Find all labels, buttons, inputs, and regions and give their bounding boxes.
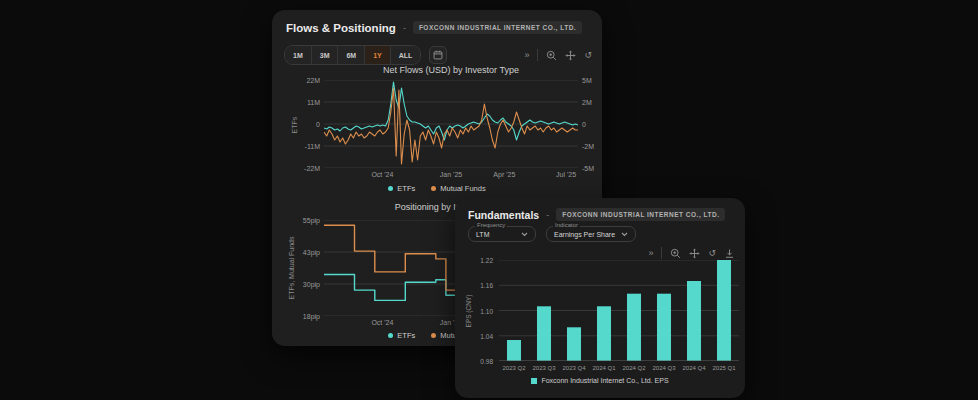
- chevron-down-icon: [521, 232, 528, 237]
- frequency-select[interactable]: Frequency LTM: [468, 226, 536, 242]
- title-separator: -: [546, 210, 549, 220]
- collapse-icon[interactable]: »: [648, 249, 653, 258]
- toolbar-divider: [661, 247, 662, 259]
- net-flows-legend: ETFs Mutual Funds: [272, 184, 602, 193]
- net-flows-plot[interactable]: [324, 80, 578, 168]
- indicator-select-label: Indicator: [553, 222, 580, 228]
- legend-item-etfs[interactable]: ETFs: [388, 331, 415, 340]
- chevron-down-icon: [621, 232, 628, 237]
- zoom-in-icon[interactable]: [670, 248, 681, 259]
- title-separator: -: [403, 23, 406, 33]
- time-range-selector: 1M 3M 6M 1Y ALL: [284, 45, 421, 65]
- net-flows-x-axis-ticks: Oct '24Jan '25Apr '25Jul '25: [324, 171, 578, 180]
- range-all-button[interactable]: ALL: [391, 46, 421, 64]
- eps-legend-marker: [531, 378, 537, 384]
- pan-icon[interactable]: [565, 50, 576, 61]
- reset-view-icon[interactable]: ↺: [584, 51, 592, 60]
- range-3m-button[interactable]: 3M: [312, 46, 339, 64]
- range-6m-button[interactable]: 6M: [338, 46, 365, 64]
- fundamentals-panel: Fundamentals - FOXCONN INDUSTRIAL INTERN…: [455, 198, 745, 398]
- legend-item-eps[interactable]: Foxconn Industrial Internet Co., Ltd. EP…: [531, 377, 668, 384]
- range-1m-button[interactable]: 1M: [285, 46, 312, 64]
- etfs-legend-label: ETFs: [397, 331, 415, 340]
- etfs-legend-marker: [388, 333, 393, 338]
- company-badge: FOXCONN INDUSTRIAL INTERNET CO., LTD.: [556, 208, 725, 221]
- toolbar-divider: [537, 49, 538, 61]
- indicator-select-value: Earnings Per Share: [554, 231, 615, 238]
- legend-item-etfs[interactable]: ETFs: [388, 184, 415, 193]
- fundamentals-chart-tools: » ↺: [648, 247, 735, 259]
- mutual-funds-legend-marker: [431, 186, 436, 191]
- etfs-legend-marker: [388, 186, 393, 191]
- company-badge: FOXCONN INDUSTRIAL INTERNET CO., LTD.: [413, 21, 582, 34]
- range-1y-button[interactable]: 1Y: [365, 46, 391, 64]
- frequency-select-label: Frequency: [475, 222, 507, 228]
- fundamentals-panel-title: Fundamentals: [468, 209, 539, 221]
- download-icon[interactable]: [724, 248, 735, 259]
- reset-view-icon[interactable]: ↺: [708, 249, 716, 258]
- zoom-in-icon[interactable]: [546, 50, 557, 61]
- positioning-left-axis-ticks: 55pip43pip30pip18pip: [284, 220, 320, 316]
- eps-axis-ticks: 1.221.161.101.040.98: [469, 260, 493, 361]
- flows-toolbar: 1M 3M 6M 1Y ALL »: [284, 45, 592, 65]
- frequency-select-value: LTM: [476, 231, 489, 238]
- flows-panel-header: Flows & Positioning - FOXCONN INDUSTRIAL…: [286, 21, 582, 34]
- calendar-button[interactable]: [429, 46, 447, 64]
- fundamentals-panel-header: Fundamentals - FOXCONN INDUSTRIAL INTERN…: [468, 208, 725, 221]
- desktop-background: Flows & Positioning - FOXCONN INDUSTRIAL…: [0, 0, 978, 400]
- fundamentals-controls: Frequency LTM Indicator Earnings Per Sha…: [468, 226, 636, 242]
- etfs-legend-label: ETFs: [397, 184, 415, 193]
- eps-x-axis-categories: 2023 Q22023 Q32023 Q42024 Q12024 Q22024 …: [499, 365, 739, 371]
- eps-legend: Foxconn Industrial Internet Co., Ltd. EP…: [455, 377, 745, 384]
- indicator-select[interactable]: Indicator Earnings Per Share: [546, 226, 636, 242]
- eps-bar-plot[interactable]: [499, 260, 739, 361]
- net-flows-left-axis-ticks: 22M11M0-11M-22M: [286, 80, 320, 168]
- net-flows-chart-title: Net Flows (USD) by Investor Type: [324, 65, 578, 75]
- mutual-funds-legend-label: Mutual Funds: [440, 184, 485, 193]
- eps-legend-label: Foxconn Industrial Internet Co., Ltd. EP…: [541, 377, 668, 384]
- mutual-funds-legend-marker: [431, 333, 436, 338]
- net-flows-right-axis-ticks: 5M2M0-2M-5M: [582, 80, 604, 168]
- flows-chart-tools: » ↺: [524, 49, 592, 61]
- flows-panel-title: Flows & Positioning: [286, 22, 396, 34]
- legend-item-mutual-funds[interactable]: Mutual Funds: [431, 184, 485, 193]
- pan-icon[interactable]: [689, 248, 700, 259]
- calendar-icon: [433, 50, 443, 60]
- collapse-icon[interactable]: »: [524, 51, 529, 60]
